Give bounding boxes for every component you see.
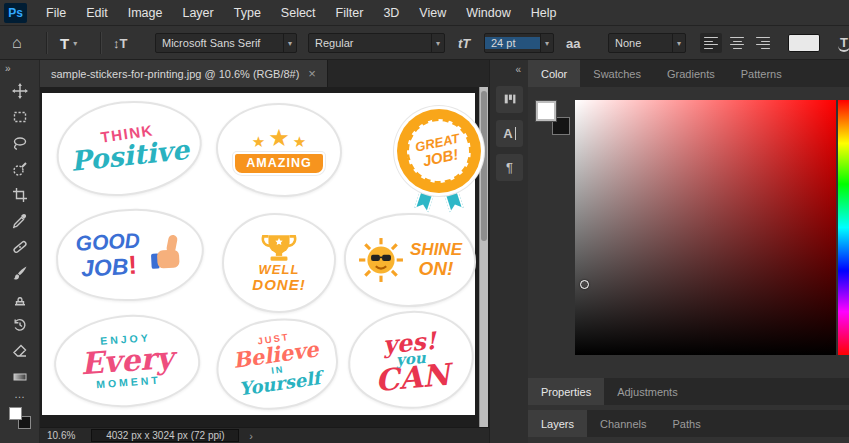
expand-toolbar-button[interactable]: »	[0, 60, 39, 78]
sticker-shine-on: SHINE ON!	[344, 213, 476, 307]
hue-slider[interactable]	[838, 100, 849, 355]
foreground-background-swatches[interactable]	[536, 101, 572, 137]
eraser-tool[interactable]	[0, 338, 40, 364]
eraser-icon	[12, 343, 28, 359]
home-button[interactable]: ⌂	[12, 26, 22, 60]
sticker-enjoy-every-moment: ENJOY Every MOMENT	[51, 310, 203, 412]
collapse-panels-button[interactable]: «	[490, 60, 528, 82]
font-family-select[interactable]: Microsoft Sans Serif ▾	[155, 33, 297, 53]
foreground-background-colors[interactable]	[8, 406, 32, 430]
foreground-color-swatch[interactable]	[536, 101, 556, 121]
alignment-group	[700, 26, 774, 60]
spot-healing-brush-tool[interactable]	[0, 234, 40, 260]
warp-text-button[interactable]: T	[838, 26, 849, 60]
gradient-tool[interactable]	[0, 364, 40, 390]
sticker-think-positive: THINK Positive	[51, 94, 206, 203]
character-panel-button[interactable]: A	[490, 116, 529, 150]
star-icon: ★	[252, 134, 265, 150]
quick-selection-tool[interactable]	[0, 156, 40, 182]
foreground-color-chip[interactable]	[9, 407, 22, 420]
star-icon: ★	[268, 125, 290, 150]
tools-panel: » …	[0, 60, 40, 443]
tab-properties[interactable]: Properties	[528, 378, 604, 405]
anti-alias-icon: aa	[566, 36, 580, 51]
font-size-select[interactable]: 24 pt ▾	[484, 33, 554, 53]
menu-item-window[interactable]: Window	[456, 0, 520, 26]
document-info-field[interactable]: 4032 px x 3024 px (72 ppi)	[91, 429, 239, 442]
menu-item-file[interactable]: File	[36, 0, 76, 26]
right-panel-dock: Color Swatches Gradients Patterns Proper…	[528, 60, 849, 443]
scrollbar-thumb[interactable]	[481, 91, 487, 241]
close-icon[interactable]: ×	[308, 66, 316, 81]
gradient-icon	[12, 369, 28, 385]
move-icon	[12, 83, 28, 99]
font-style-group: Regular ▾	[308, 26, 445, 60]
canvas[interactable]: THINK Positive ★ ★ ★ AMAZING GREAT	[42, 93, 475, 415]
chevron-down-icon: ▾	[73, 39, 77, 48]
tab-gradients[interactable]: Gradients	[654, 60, 728, 87]
trophy-icon	[260, 233, 298, 263]
text-color-group	[788, 26, 820, 60]
lasso-tool[interactable]	[0, 130, 40, 156]
tab-color[interactable]: Color	[528, 60, 580, 87]
eyedropper-tool[interactable]	[0, 208, 40, 234]
tab-paths[interactable]: Paths	[660, 410, 714, 437]
separator	[46, 32, 47, 54]
crop-tool[interactable]	[0, 182, 40, 208]
menu-item-select[interactable]: Select	[271, 0, 326, 26]
anti-alias-group: None ▾	[608, 26, 686, 60]
toggle-text-orientation-icon: ↕T	[113, 36, 127, 51]
align-left-button[interactable]	[700, 33, 722, 53]
history-brush-tool[interactable]	[0, 312, 40, 338]
color-panel-body	[528, 87, 849, 378]
rectangular-marquee-tool[interactable]	[0, 104, 40, 130]
glyphs-panel-icon	[503, 92, 517, 106]
color-picker-cursor[interactable]	[580, 280, 589, 289]
menu-item-filter[interactable]: Filter	[326, 0, 374, 26]
document-tab[interactable]: sample-stickers-for-printing.jpg @ 10.6%…	[40, 60, 328, 87]
tab-channels[interactable]: Channels	[587, 410, 659, 437]
character-panel-icon: A	[503, 127, 515, 140]
tab-swatches[interactable]: Swatches	[580, 60, 654, 87]
align-right-button[interactable]	[752, 33, 774, 53]
menu-item-help[interactable]: Help	[521, 0, 567, 26]
double-arrow-left-icon: «	[515, 64, 521, 75]
eyedropper-icon	[12, 213, 28, 229]
status-options-chevron-icon[interactable]: ›	[249, 430, 253, 442]
glyphs-panel-button[interactable]	[490, 82, 529, 116]
brush-tool[interactable]	[0, 260, 40, 286]
clone-stamp-tool[interactable]	[0, 286, 40, 312]
options-bar: ⌂ T ▾ ↕T Microsoft Sans Serif ▾ Regular …	[0, 26, 849, 60]
dropdown-arrow-icon: ▾	[540, 34, 553, 52]
edit-toolbar-button[interactable]: …	[0, 390, 39, 402]
font-style-select[interactable]: Regular ▾	[308, 33, 445, 53]
paragraph-panel-icon: ¶	[506, 160, 513, 175]
separator	[100, 32, 101, 54]
quick-selection-icon	[12, 161, 28, 177]
menu-item-type[interactable]: Type	[224, 0, 271, 26]
clone-stamp-icon	[12, 291, 28, 307]
text-color-swatch[interactable]	[788, 34, 820, 52]
tab-patterns[interactable]: Patterns	[728, 60, 795, 87]
anti-alias-select[interactable]: None ▾	[608, 33, 686, 53]
tab-layers[interactable]: Layers	[528, 410, 587, 437]
font-size-icon: tT	[458, 36, 470, 51]
vertical-scrollbar[interactable]	[479, 87, 488, 427]
saturation-brightness-picker[interactable]	[575, 100, 836, 355]
move-tool[interactable]	[0, 78, 40, 104]
toggle-text-orientation-button[interactable]: ↕T	[113, 26, 127, 60]
sticker-yes-you-can: yes! you CAN	[344, 306, 478, 415]
anti-alias-icon-wrap: aa	[566, 26, 580, 60]
tab-adjustments[interactable]: Adjustments	[604, 378, 691, 405]
menu-item-layer[interactable]: Layer	[172, 0, 223, 26]
align-center-button[interactable]	[726, 33, 748, 53]
menu-item-image[interactable]: Image	[118, 0, 173, 26]
crop-icon	[12, 187, 28, 203]
zoom-level-field[interactable]: 10.6%	[47, 430, 75, 441]
home-icon: ⌂	[12, 34, 22, 52]
menu-item-3d[interactable]: 3D	[373, 0, 409, 26]
menu-item-edit[interactable]: Edit	[76, 0, 118, 26]
tool-preset-picker[interactable]: T ▾	[60, 26, 77, 60]
paragraph-panel-button[interactable]: ¶	[490, 150, 529, 184]
menu-item-view[interactable]: View	[409, 0, 456, 26]
